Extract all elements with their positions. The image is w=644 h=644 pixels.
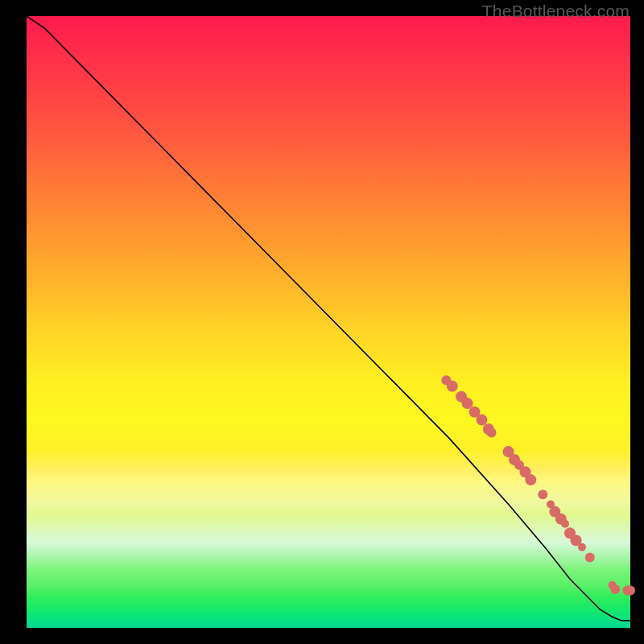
- chart-canvas: TheBottleneck.com: [0, 0, 644, 644]
- watermark-text: TheBottleneck.com: [482, 2, 630, 21]
- chart-plot-area: [27, 16, 630, 628]
